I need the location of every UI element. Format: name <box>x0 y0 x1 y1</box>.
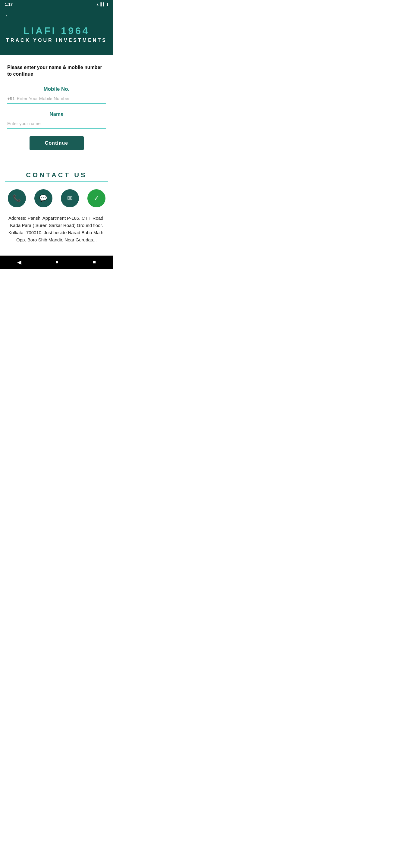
mobile-input-wrapper: +91 <box>7 95 106 104</box>
form-intro-text: Please enter your name & mobile number t… <box>7 64 106 78</box>
continue-button[interactable]: Continue <box>30 136 84 150</box>
whatsapp-icon-button[interactable]: ✓ <box>87 189 105 207</box>
contact-title: CONTACT US <box>5 171 108 179</box>
status-time: 1:17 <box>5 2 13 7</box>
hero-section: ← LIAFI 1964 TRACK YOUR INVESTMENTS <box>0 8 113 55</box>
mobile-label: Mobile No. <box>7 86 106 92</box>
battery-icon: ▮ <box>106 2 108 6</box>
whatsapp-icon: ✓ <box>94 194 99 202</box>
phone-prefix: +91 <box>7 96 15 101</box>
form-section: Please enter your name & mobile number t… <box>0 55 113 156</box>
name-field-group: Name <box>7 111 106 129</box>
phone-icon: 📞 <box>13 194 21 202</box>
contact-divider <box>5 181 108 182</box>
phone-icon-button[interactable]: 📞 <box>8 189 26 207</box>
signal-icon: ▌▌ <box>100 2 105 6</box>
email-icon: ✉ <box>67 194 73 202</box>
app-tagline: TRACK YOUR INVESTMENTS <box>6 38 107 43</box>
wifi-icon: ▲ <box>96 2 99 6</box>
email-icon-button[interactable]: ✉ <box>61 189 79 207</box>
status-bar: 1:17 ▲ ▌▌ ▮ <box>0 0 113 8</box>
nav-home-button[interactable]: ● <box>56 259 59 265</box>
back-button[interactable]: ← <box>5 12 11 19</box>
nav-bar: ◀ ● ■ <box>0 255 113 269</box>
chat-icon: 💬 <box>39 194 47 202</box>
nav-back-button[interactable]: ◀ <box>17 259 22 266</box>
status-icons: ▲ ▌▌ ▮ <box>96 2 108 6</box>
name-label: Name <box>7 111 106 117</box>
chat-icon-button[interactable]: 💬 <box>34 189 53 207</box>
nav-recents-button[interactable]: ■ <box>93 259 96 265</box>
contact-icons-row: 📞 💬 ✉ ✓ <box>5 189 108 207</box>
name-input-wrapper <box>7 120 106 129</box>
mobile-field-group: Mobile No. +91 <box>7 86 106 104</box>
name-input[interactable] <box>7 120 106 127</box>
contact-section: CONTACT US 📞 💬 ✉ ✓ Address: Panshi Appar… <box>0 156 113 250</box>
mobile-input[interactable] <box>17 95 106 102</box>
contact-address: Address: Panshi Appartment P-185, C I T … <box>5 215 108 244</box>
app-logo: LIAFI 1964 <box>23 25 90 36</box>
